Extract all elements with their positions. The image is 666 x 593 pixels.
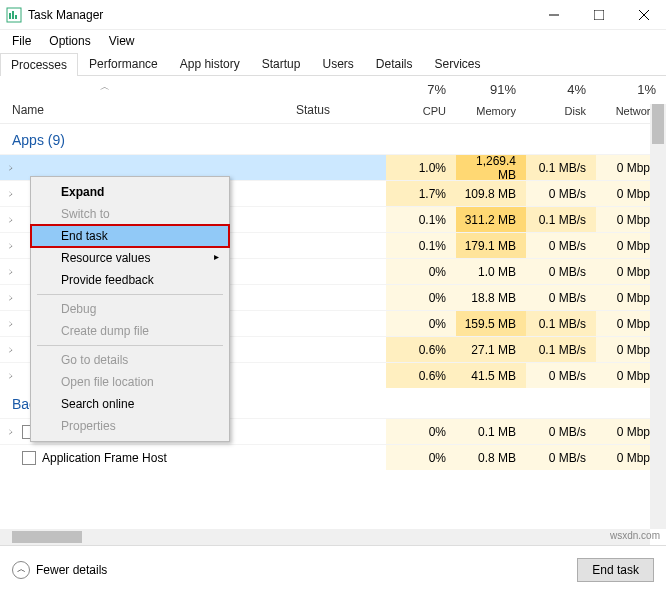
disk-cell: 0.1 MB/s — [526, 155, 596, 180]
app-icon — [6, 7, 22, 23]
header-status[interactable]: Status — [296, 76, 386, 123]
menu-file[interactable]: File — [4, 32, 39, 50]
fewer-details-label: Fewer details — [36, 563, 107, 577]
group-apps[interactable]: Apps (9) — [0, 124, 666, 154]
disk-cell: 0 MB/s — [526, 181, 596, 206]
end-task-button[interactable]: End task — [577, 558, 654, 582]
memory-cell: 159.5 MB — [456, 311, 526, 336]
cpu-cell: 0% — [386, 445, 456, 470]
memory-cell: 311.2 MB — [456, 207, 526, 232]
cpu-cell: 0% — [386, 311, 456, 336]
tab-services[interactable]: Services — [424, 52, 492, 75]
disk-cell: 0 MB/s — [526, 259, 596, 284]
window-title: Task Manager — [28, 8, 103, 22]
cpu-cell: 0% — [386, 259, 456, 284]
table-row[interactable]: Application Frame Host 0% 0.8 MB 0 MB/s … — [0, 444, 666, 470]
chevron-up-icon: ︿ — [12, 561, 30, 579]
maximize-button[interactable] — [576, 0, 621, 30]
svg-rect-3 — [15, 15, 17, 19]
expand-icon[interactable]: ﹥ — [0, 239, 22, 253]
cpu-cell: 1.0% — [386, 155, 456, 180]
header-name[interactable]: ︿ Name — [0, 76, 296, 123]
ctx-switch-to: Switch to — [31, 203, 229, 225]
memory-cell: 0.8 MB — [456, 445, 526, 470]
tab-details[interactable]: Details — [365, 52, 424, 75]
horizontal-scrollbar[interactable] — [0, 529, 650, 545]
svg-rect-1 — [9, 13, 11, 19]
memory-cell: 0.1 MB — [456, 419, 526, 444]
ctx-open-file-location[interactable]: Open file location — [31, 371, 229, 393]
memory-cell: 1.0 MB — [456, 259, 526, 284]
ctx-end-task[interactable]: End task — [31, 225, 229, 247]
ctx-separator — [37, 294, 223, 295]
titlebar: Task Manager — [0, 0, 666, 30]
tab-strip: Processes Performance App history Startu… — [0, 52, 666, 76]
tab-users[interactable]: Users — [311, 52, 364, 75]
cpu-cell: 1.7% — [386, 181, 456, 206]
ctx-search-online[interactable]: Search online — [31, 393, 229, 415]
ctx-debug: Debug — [31, 298, 229, 320]
expand-icon[interactable]: ﹥ — [0, 343, 22, 357]
ctx-create-dump[interactable]: Create dump file — [31, 320, 229, 342]
header-disk[interactable]: 4%Disk — [526, 76, 596, 123]
ctx-resource-values[interactable]: Resource values — [31, 247, 229, 269]
ctx-separator — [37, 345, 223, 346]
expand-icon[interactable]: ﹥ — [0, 265, 22, 279]
cpu-cell: 0.6% — [386, 363, 456, 388]
expand-icon[interactable]: ﹥ — [0, 317, 22, 331]
svg-rect-5 — [594, 10, 604, 20]
disk-cell: 0 MB/s — [526, 285, 596, 310]
memory-cell: 27.1 MB — [456, 337, 526, 362]
disk-cell: 0 MB/s — [526, 419, 596, 444]
ctx-expand[interactable]: Expand — [31, 181, 229, 203]
vertical-scrollbar[interactable] — [650, 104, 666, 529]
tab-app-history[interactable]: App history — [169, 52, 251, 75]
expand-icon[interactable]: ﹥ — [0, 291, 22, 305]
process-icon — [22, 451, 36, 465]
cpu-cell: 0% — [386, 419, 456, 444]
expand-icon[interactable]: ﹥ — [0, 425, 22, 439]
expand-icon[interactable]: ﹥ — [0, 187, 22, 201]
column-headers: ︿ Name Status 7%CPU 91%Memory 4%Disk 1%N… — [0, 76, 666, 124]
cpu-cell: 0.1% — [386, 207, 456, 232]
disk-cell: 0.1 MB/s — [526, 207, 596, 232]
tab-startup[interactable]: Startup — [251, 52, 312, 75]
expand-icon[interactable]: ﹥ — [0, 213, 22, 227]
cpu-cell: 0.6% — [386, 337, 456, 362]
process-name: Application Frame Host — [22, 451, 386, 465]
tab-processes[interactable]: Processes — [0, 53, 78, 76]
watermark: wsxdn.com — [610, 530, 660, 541]
svg-rect-2 — [12, 11, 14, 19]
menu-options[interactable]: Options — [41, 32, 98, 50]
cpu-cell: 0.1% — [386, 233, 456, 258]
disk-cell: 0 MB/s — [526, 233, 596, 258]
ctx-properties[interactable]: Properties — [31, 415, 229, 437]
disk-cell: 0.1 MB/s — [526, 311, 596, 336]
memory-cell: 109.8 MB — [456, 181, 526, 206]
expand-icon[interactable]: ﹥ — [0, 161, 22, 175]
close-button[interactable] — [621, 0, 666, 30]
header-cpu[interactable]: 7%CPU — [386, 76, 456, 123]
header-memory[interactable]: 91%Memory — [456, 76, 526, 123]
memory-cell: 1,269.4 MB — [456, 155, 526, 180]
minimize-button[interactable] — [531, 0, 576, 30]
footer: ︿ Fewer details End task — [0, 545, 666, 593]
disk-cell: 0 MB/s — [526, 445, 596, 470]
fewer-details-button[interactable]: ︿ Fewer details — [12, 561, 107, 579]
memory-cell: 41.5 MB — [456, 363, 526, 388]
menubar: File Options View — [0, 30, 666, 52]
header-name-label: Name — [12, 103, 44, 117]
memory-cell: 18.8 MB — [456, 285, 526, 310]
scroll-thumb[interactable] — [652, 104, 664, 144]
disk-cell: 0.1 MB/s — [526, 337, 596, 362]
ctx-provide-feedback[interactable]: Provide feedback — [31, 269, 229, 291]
menu-view[interactable]: View — [101, 32, 143, 50]
hscroll-thumb[interactable] — [12, 531, 82, 543]
sort-caret-icon: ︿ — [100, 80, 110, 94]
ctx-go-to-details[interactable]: Go to details — [31, 349, 229, 371]
tab-performance[interactable]: Performance — [78, 52, 169, 75]
disk-cell: 0 MB/s — [526, 363, 596, 388]
expand-icon[interactable]: ﹥ — [0, 369, 22, 383]
memory-cell: 179.1 MB — [456, 233, 526, 258]
cpu-cell: 0% — [386, 285, 456, 310]
